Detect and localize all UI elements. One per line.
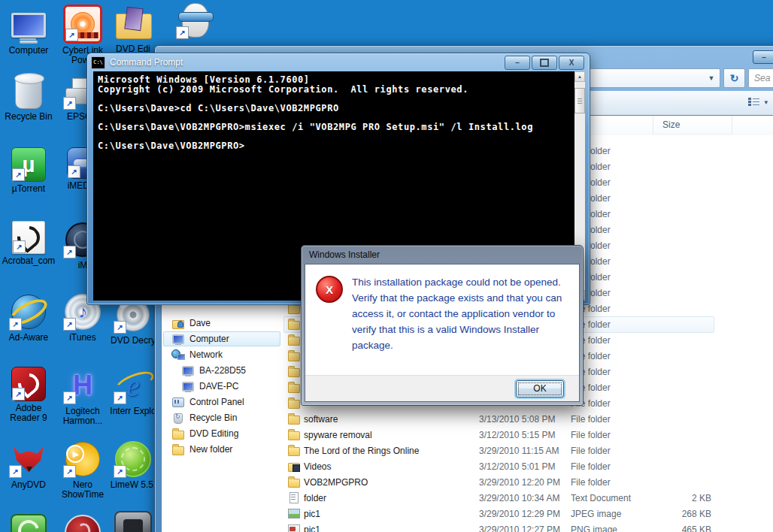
folder-icon xyxy=(287,444,301,456)
address-dropdown-icon[interactable] xyxy=(703,69,720,87)
folder-icon xyxy=(287,349,301,361)
desktop-icon-anydvd[interactable]: AnyDVD xyxy=(0,440,57,490)
nav-item-recycle-bin[interactable]: Recycle Bin xyxy=(163,410,280,425)
green-app-icon xyxy=(11,514,47,532)
recycle-bin-icon xyxy=(171,412,185,424)
file-name: The Lord of the Rings Online xyxy=(304,446,419,456)
minimize-button[interactable] xyxy=(505,56,530,70)
close-button[interactable] xyxy=(559,56,584,70)
desktop-icon-green-app[interactable] xyxy=(0,514,57,532)
shortcut-arrow-icon xyxy=(65,29,78,41)
dialog-title: Windows Installer xyxy=(309,249,380,260)
desktop-icon-dvd-editing[interactable]: DVD Edi xyxy=(105,5,162,54)
refresh-icon[interactable] xyxy=(723,68,745,88)
dialog-titlebar[interactable]: Windows Installer xyxy=(302,246,583,264)
png-image-icon xyxy=(287,523,301,532)
shortcut-arrow-icon xyxy=(114,465,126,478)
file-row[interactable]: VOB2MPGPRO3/29/2010 12:20 PMFile folder xyxy=(282,474,773,490)
file-type: File folder xyxy=(571,446,611,456)
change-view-button[interactable] xyxy=(748,98,768,106)
desktop-icon-adobe-reader-9[interactable]: Adobe Reader 9 xyxy=(0,367,57,423)
desktop-icon-gray-app[interactable] xyxy=(105,511,162,532)
nav-item-new-folder[interactable]: New folder xyxy=(163,442,280,457)
nav-item-dvd-editing[interactable]: DVD Editing xyxy=(163,426,280,441)
desktop-icon-headset-app[interactable] xyxy=(167,2,224,41)
nav-item-label: Network xyxy=(189,349,223,360)
desktop-icon-label: LimeW 5.5. xyxy=(105,480,162,490)
desktop-icon-ad-aware[interactable]: Ad-Aware xyxy=(0,293,57,343)
desktop-icon-red-app[interactable] xyxy=(54,514,111,532)
file-name: pic1 xyxy=(304,509,320,519)
user-folder-icon xyxy=(171,317,185,329)
file-row[interactable]: The Lord of the Rings Online3/29/2010 11… xyxy=(282,443,773,458)
file-row[interactable]: pic13/29/2010 12:29 PMJPEG image268 KB xyxy=(282,506,773,521)
anydvd-icon xyxy=(9,440,48,478)
file-date-modified: 3/29/2010 12:27 PM xyxy=(479,524,560,532)
scrollbar-thumb[interactable] xyxy=(574,88,585,113)
desktop-icon-logitech-harmony[interactable]: Logitech Harmon... xyxy=(54,367,111,426)
nav-item-computer[interactable]: Computer xyxy=(163,331,280,346)
desktop-icon-label: iTunes xyxy=(54,333,111,343)
desktop-icon-acrobat-com[interactable]: Acrobat_com xyxy=(0,221,57,266)
file-name: Videos xyxy=(304,461,331,472)
file-row[interactable]: software3/13/2010 5:08 PMFile folder xyxy=(282,411,773,427)
file-type: File folder xyxy=(571,477,611,488)
desktop-icon-label: Computer xyxy=(0,46,57,56)
column-header-size[interactable]: Size xyxy=(653,116,732,135)
nav-item-ba-228d55[interactable]: BA-228D55 xyxy=(163,363,280,378)
nav-item-label: BA-228D55 xyxy=(199,365,246,376)
desktop-icon-label: Acrobat_com xyxy=(0,256,57,266)
nav-item-dave-pc[interactable]: DAVE-PC xyxy=(163,379,280,394)
desktop-icon-recycle-bin[interactable]: Recycle Bin xyxy=(0,72,57,122)
nav-item-label: Control Panel xyxy=(189,397,244,407)
desktop-icon-internet-explorer[interactable]: Interr Explo xyxy=(105,367,162,416)
desktop-icon-label: Ad-Aware xyxy=(0,333,57,343)
nero-icon xyxy=(63,440,102,478)
desktop-icon-label: Interr Explo xyxy=(105,407,162,416)
nav-item-network[interactable]: Network xyxy=(163,347,280,362)
desktop-icon-computer[interactable]: Computer xyxy=(0,6,57,56)
command-prompt-titlebar[interactable]: C:\ Command Prompt xyxy=(87,53,590,71)
jpeg-image-icon xyxy=(287,507,301,519)
file-type: PNG image xyxy=(571,524,617,532)
scroll-up-icon[interactable] xyxy=(574,71,585,82)
file-name: VOB2MPGPRO xyxy=(304,477,368,488)
desktop-icon-label: Recycle Bin xyxy=(0,112,57,122)
ok-button[interactable]: OK xyxy=(516,380,564,397)
logitech-icon xyxy=(63,367,102,404)
file-date-modified: 3/13/2010 5:08 PM xyxy=(479,414,555,425)
file-row[interactable]: folder3/29/2010 10:34 AMText Document2 K… xyxy=(282,490,773,506)
acrobat-icon xyxy=(12,221,45,254)
file-size: 2 KB xyxy=(639,493,711,503)
recycle-bin-icon xyxy=(9,72,48,110)
limewire-icon xyxy=(114,440,153,478)
nav-item-dave[interactable]: Dave xyxy=(163,316,280,331)
network-icon xyxy=(171,349,185,361)
gray-app-icon xyxy=(114,511,152,532)
desktop-icon-utorrent[interactable]: µTorrent xyxy=(0,147,57,194)
dialog-message: This installation package could not be o… xyxy=(352,274,564,353)
file-row[interactable]: pic13/29/2010 12:27 PMPNG image465 KB xyxy=(282,521,773,532)
minimize-button[interactable] xyxy=(753,50,773,64)
computer-icon xyxy=(171,333,185,345)
file-name: pic1 xyxy=(304,524,320,532)
nav-item-label: Computer xyxy=(189,334,229,344)
nav-item-control-panel[interactable]: Control Panel xyxy=(163,394,280,410)
nav-item-label: Dave xyxy=(189,318,211,328)
desktop-icon-label: AnyDVD xyxy=(0,480,57,490)
folder-icon xyxy=(287,397,301,409)
desktop-icon-limewire[interactable]: LimeW 5.5. xyxy=(105,440,162,490)
search-input[interactable]: Sea xyxy=(748,68,773,88)
folder-icon xyxy=(287,428,301,440)
file-size: 268 KB xyxy=(639,509,711,519)
shortcut-arrow-icon xyxy=(114,391,126,404)
shortcut-arrow-icon xyxy=(63,391,76,404)
dialog-body: This installation package could not be o… xyxy=(305,264,580,402)
file-row[interactable]: spyware removal3/12/2010 5:15 PMFile fol… xyxy=(282,427,773,443)
file-date-modified: 3/12/2010 5:15 PM xyxy=(479,430,555,440)
maximize-button[interactable] xyxy=(532,56,557,70)
cyberlink-icon xyxy=(63,5,102,44)
file-row[interactable]: Videos3/12/2010 5:01 PMFile folder xyxy=(282,458,773,474)
desktop-icon-nero-showtime[interactable]: Nero ShowTime xyxy=(54,440,111,500)
file-name: spyware removal xyxy=(304,430,372,440)
